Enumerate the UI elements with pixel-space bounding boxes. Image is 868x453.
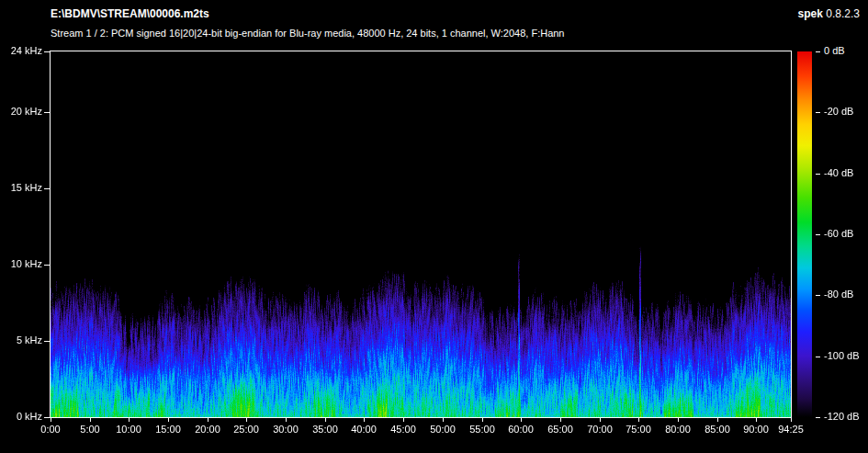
x-axis-label: 25:00 <box>226 424 266 436</box>
file-path-title: E:\BDMV\STREAM\00006.m2ts <box>51 7 209 20</box>
legend-label: 0 dB <box>824 45 845 57</box>
x-axis-label: 60:00 <box>501 424 541 436</box>
x-axis-tick <box>129 418 130 422</box>
legend-tick <box>816 295 820 296</box>
x-axis-label: 30:00 <box>265 424 306 436</box>
x-axis-label: 10:00 <box>108 424 149 436</box>
x-axis-tick <box>756 418 757 422</box>
legend-tick <box>816 174 820 175</box>
legend-tick <box>816 112 820 113</box>
x-axis-label: 20:00 <box>187 424 228 436</box>
y-axis-label: 20 kHz <box>0 106 42 118</box>
app-name: spek <box>798 7 823 20</box>
legend-label: -80 dB <box>824 289 853 300</box>
x-axis-tick <box>364 418 365 422</box>
spectrogram-canvas <box>51 51 791 417</box>
x-axis-tick <box>403 418 404 422</box>
legend-color-bar <box>797 51 812 417</box>
stream-description: Stream 1 / 2: PCM signed 16|20|24-bit bi… <box>51 28 565 39</box>
legend-label: -60 dB <box>824 228 853 240</box>
y-axis-label: 0 kHz <box>0 411 42 423</box>
legend-label: -20 dB <box>824 106 853 118</box>
spek-window: E:\BDMV\STREAM\00006.m2ts spek 0.8.2.3 S… <box>0 0 868 453</box>
x-axis-label: 80:00 <box>658 424 698 436</box>
legend-label: -120 dB <box>824 411 860 423</box>
app-version-number: 0.8.2.3 <box>826 7 860 20</box>
x-axis-label: 70:00 <box>580 424 620 436</box>
x-axis-label: 50:00 <box>423 424 463 436</box>
x-axis-tick <box>51 418 51 422</box>
y-axis-tick <box>44 417 50 418</box>
legend-tick <box>816 417 820 418</box>
app-version-text: spek 0.8.2.3 <box>798 7 860 20</box>
x-axis-tick <box>600 418 601 422</box>
y-axis-label: 5 kHz <box>0 334 42 346</box>
x-axis-label: 0:00 <box>30 424 71 436</box>
x-axis-tick <box>168 418 169 422</box>
x-axis-tick <box>246 418 247 422</box>
x-axis-tick <box>325 418 326 422</box>
x-axis-label: 15:00 <box>148 424 188 436</box>
y-axis-label: 15 kHz <box>0 182 42 194</box>
y-axis-label: 24 kHz <box>0 45 42 57</box>
x-axis-label: 55:00 <box>462 424 502 436</box>
x-axis-label: 40:00 <box>344 424 384 436</box>
y-axis-tick <box>44 341 50 342</box>
x-axis-tick <box>286 418 287 422</box>
x-axis-label: 65:00 <box>540 424 581 436</box>
legend-tick <box>816 357 820 357</box>
x-axis-tick <box>443 418 444 422</box>
y-axis-tick <box>44 188 50 189</box>
x-axis-label: 75:00 <box>618 424 659 436</box>
x-axis-label: 35:00 <box>305 424 345 436</box>
y-axis-tick <box>44 112 50 113</box>
spectrogram-plot <box>50 51 792 418</box>
x-axis-tick <box>482 418 483 422</box>
x-axis-label: 45:00 <box>383 424 423 436</box>
x-axis-tick <box>717 418 718 422</box>
x-axis-label: 5:00 <box>70 424 110 436</box>
x-axis-tick <box>638 418 639 422</box>
x-axis-tick <box>521 418 522 422</box>
y-axis-tick <box>44 51 50 52</box>
legend-label: -40 dB <box>824 167 853 179</box>
legend-label: -100 dB <box>824 350 860 362</box>
x-axis-tick <box>678 418 679 422</box>
x-axis-label: 85:00 <box>697 424 738 436</box>
x-axis-tick <box>560 418 561 422</box>
x-axis-tick <box>208 418 209 422</box>
x-axis-tick <box>791 418 792 422</box>
y-axis-tick <box>44 265 50 266</box>
legend-tick <box>816 234 820 235</box>
legend-tick <box>816 51 820 52</box>
y-axis-label: 10 kHz <box>0 258 42 270</box>
x-axis-tick <box>90 418 91 422</box>
x-axis-label: 94:25 <box>771 424 811 436</box>
